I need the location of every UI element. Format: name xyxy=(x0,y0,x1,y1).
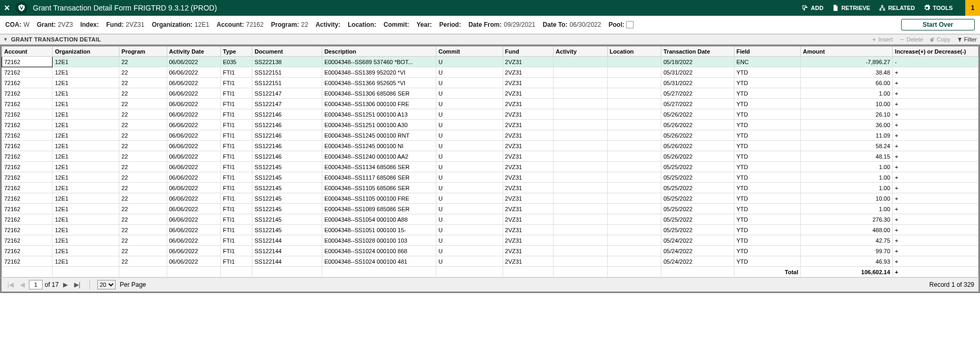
cell[interactable]: + xyxy=(893,99,978,109)
col-header[interactable]: Activity Date xyxy=(167,47,220,57)
cell[interactable] xyxy=(554,183,607,193)
cell[interactable]: 12E1 xyxy=(53,120,119,130)
cell[interactable]: 11.09 xyxy=(801,130,893,141)
cell[interactable] xyxy=(607,183,661,193)
cell[interactable]: 06/06/2022 xyxy=(167,67,220,78)
cell[interactable]: 22 xyxy=(119,67,167,78)
table-row[interactable]: 7216212E12206/06/2022FTI1SS122147E000434… xyxy=(2,88,978,99)
cell[interactable]: SS122144 xyxy=(252,235,322,246)
table-row[interactable]: 7216212E12206/06/2022E035SS222138E000434… xyxy=(2,57,978,67)
cell[interactable]: 58.24 xyxy=(801,141,893,151)
cell[interactable]: E035 xyxy=(220,57,252,67)
cell[interactable]: 22 xyxy=(119,57,167,67)
cell[interactable]: SS122145 xyxy=(252,204,322,214)
cell[interactable]: FTI1 xyxy=(220,109,252,120)
cell[interactable]: + xyxy=(893,78,978,88)
cell[interactable]: + xyxy=(893,235,978,246)
cell[interactable] xyxy=(607,78,661,88)
cell[interactable]: FTI1 xyxy=(220,256,252,267)
start-over-button[interactable]: Start Over xyxy=(901,19,975,30)
cell[interactable]: YTD xyxy=(734,193,801,204)
cell[interactable]: 72162 xyxy=(2,214,53,225)
cell[interactable]: 2VZ31 xyxy=(503,235,553,246)
tools-button[interactable]: TOOLS xyxy=(923,4,953,12)
col-header[interactable]: Transaction Date xyxy=(661,47,734,57)
cell[interactable]: 26.10 xyxy=(801,109,893,120)
cell[interactable]: SS122145 xyxy=(252,162,322,172)
col-header[interactable]: Field xyxy=(734,47,801,57)
table-row[interactable]: 7216212E12206/06/2022FTI1SS122145E000434… xyxy=(2,204,978,214)
col-header[interactable]: Activity xyxy=(554,47,607,57)
cell[interactable] xyxy=(607,151,661,162)
table-row[interactable]: 7216212E12206/06/2022FTI1SS122151E000434… xyxy=(2,67,978,78)
cell[interactable]: 22 xyxy=(119,256,167,267)
table-row[interactable]: 7216212E12206/06/2022FTI1SS122145E000434… xyxy=(2,172,978,183)
cell[interactable] xyxy=(607,256,661,267)
cell[interactable]: U xyxy=(436,214,503,225)
cell[interactable]: 72162 xyxy=(2,99,53,109)
cell[interactable]: 46.93 xyxy=(801,256,893,267)
add-button[interactable]: ADD xyxy=(801,4,823,12)
cell[interactable]: 72162 xyxy=(2,130,53,141)
cell[interactable]: 12E1 xyxy=(53,204,119,214)
cell[interactable]: U xyxy=(436,109,503,120)
col-header[interactable]: Type xyxy=(220,47,252,57)
last-page-icon[interactable]: ▶| xyxy=(73,280,82,289)
cell[interactable]: SS122147 xyxy=(252,88,322,99)
cell[interactable] xyxy=(607,67,661,78)
cell[interactable] xyxy=(554,204,607,214)
table-row[interactable]: 7216212E12206/06/2022FTI1SS122146E000434… xyxy=(2,151,978,162)
cell[interactable]: 2VZ31 xyxy=(503,256,553,267)
cell[interactable]: + xyxy=(893,246,978,256)
cell[interactable]: 2VZ31 xyxy=(503,99,553,109)
cell[interactable] xyxy=(554,120,607,130)
cell[interactable]: FTI1 xyxy=(220,204,252,214)
insert-button[interactable]: Insert xyxy=(871,36,893,43)
cell[interactable]: 06/06/2022 xyxy=(167,130,220,141)
cell[interactable]: SS122146 xyxy=(252,109,322,120)
cell[interactable]: 1.00 xyxy=(801,162,893,172)
cell[interactable]: U xyxy=(436,256,503,267)
cell[interactable]: YTD xyxy=(734,109,801,120)
cell[interactable]: + xyxy=(893,162,978,172)
cell[interactable]: 05/26/2022 xyxy=(661,141,734,151)
cell[interactable]: 12E1 xyxy=(53,151,119,162)
cell[interactable]: U xyxy=(436,235,503,246)
cell[interactable]: 2VZ31 xyxy=(503,141,553,151)
cell[interactable]: 42.75 xyxy=(801,235,893,246)
cell[interactable] xyxy=(607,246,661,256)
cell[interactable]: 2VZ31 xyxy=(503,172,553,183)
cell[interactable]: 22 xyxy=(119,246,167,256)
cell[interactable]: 72162 xyxy=(2,193,53,204)
cell[interactable]: E0004348--SS1251 000100 A30 xyxy=(322,120,436,130)
cell[interactable]: + xyxy=(893,204,978,214)
cell[interactable]: 22 xyxy=(119,88,167,99)
col-header[interactable]: Location xyxy=(607,47,661,57)
table-row[interactable]: 7216212E12206/06/2022FTI1SS122151E000434… xyxy=(2,78,978,88)
cell[interactable]: SS122145 xyxy=(252,214,322,225)
cell[interactable]: 2VZ31 xyxy=(503,67,553,78)
cell[interactable]: 38.48 xyxy=(801,67,893,78)
cell[interactable]: FTI1 xyxy=(220,193,252,204)
table-row[interactable]: 7216212E12206/06/2022FTI1SS122144E000434… xyxy=(2,246,978,256)
cell[interactable] xyxy=(554,193,607,204)
cell[interactable]: 05/18/2022 xyxy=(661,57,734,67)
cell[interactable]: 05/25/2022 xyxy=(661,204,734,214)
cell[interactable]: 12E1 xyxy=(53,109,119,120)
cell[interactable]: YTD xyxy=(734,130,801,141)
cell[interactable]: - xyxy=(893,57,978,67)
cell[interactable]: 05/31/2022 xyxy=(661,78,734,88)
cell[interactable]: 72162 xyxy=(2,204,53,214)
cell[interactable]: + xyxy=(893,225,978,235)
cell[interactable]: 2VZ31 xyxy=(503,162,553,172)
cell[interactable]: YTD xyxy=(734,67,801,78)
cell[interactable] xyxy=(607,235,661,246)
cell[interactable] xyxy=(607,162,661,172)
cell[interactable]: U xyxy=(436,99,503,109)
cell[interactable]: 72162 xyxy=(2,256,53,267)
cell[interactable] xyxy=(554,235,607,246)
cell[interactable]: E0004348--SS1105 685086 SER xyxy=(322,183,436,193)
cell[interactable]: E0004348--SS1240 000100 AA2 xyxy=(322,151,436,162)
cell[interactable]: 06/06/2022 xyxy=(167,235,220,246)
cell[interactable]: + xyxy=(893,109,978,120)
